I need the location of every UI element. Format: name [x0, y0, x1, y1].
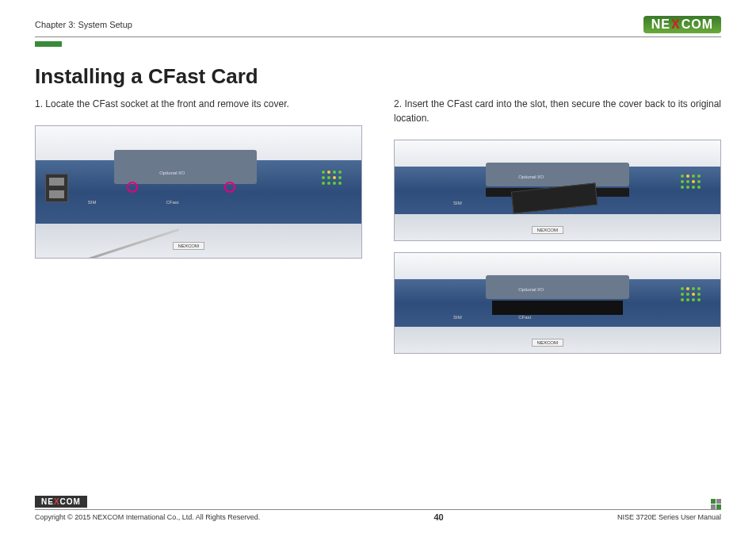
page-title: Installing a CFast Card — [35, 64, 721, 89]
status-leds-icon — [681, 287, 701, 301]
column-left: 1. Locate the CFast socket at the front … — [35, 97, 362, 365]
device-front-image: Optional I/O SIM CFast NEXCOM — [35, 125, 362, 259]
brand-logo-footer: NEXCOM — [35, 496, 87, 508]
photo-step-2b: Optional I/O SIM CFast NEXCOM — [394, 252, 721, 354]
chapter-label: Chapter 3: System Setup — [35, 20, 132, 29]
highlight-circle-icon — [224, 182, 235, 193]
cfast-label: CFast — [166, 200, 178, 205]
photo-step-2a: Optional I/O SIM NEXCOM — [394, 140, 721, 241]
step-1-text: 1. Locate the CFast socket at the front … — [35, 97, 362, 111]
status-leds-icon — [322, 171, 342, 185]
sim-label: SIM — [88, 200, 97, 205]
brand-logo-icon: NEXCOM — [643, 16, 721, 33]
optional-io-label: Optional I/O — [518, 287, 544, 292]
brand-logo-top: NEXCOM — [643, 16, 721, 33]
step-2-text: 2. Insert the CFast card into the slot, … — [394, 97, 721, 125]
page-number: 40 — [433, 512, 443, 522]
device-brand-label: NEXCOM — [532, 226, 563, 234]
manual-name: NISE 3720E Series User Manual — [617, 513, 721, 521]
sim-label: SIM — [453, 201, 462, 205]
optional-io-label: Optional I/O — [518, 174, 544, 179]
device-brand-label: NEXCOM — [173, 242, 204, 250]
usb-ports-icon — [45, 174, 68, 203]
photo-step-1: Optional I/O SIM CFast NEXCOM — [35, 125, 362, 259]
cfast-label: CFast — [518, 315, 531, 320]
page-header: Chapter 3: System Setup NEXCOM — [35, 16, 721, 37]
status-leds-icon — [681, 174, 701, 189]
cfast-slot-inserted-icon — [492, 301, 622, 315]
sim-label: SIM — [453, 315, 462, 320]
device-insert-image: Optional I/O SIM NEXCOM — [394, 140, 721, 241]
page-footer: NEXCOM Copyright © 2015 NEXCOM Internati… — [35, 493, 721, 522]
content-columns: 1. Locate the CFast socket at the front … — [35, 97, 721, 365]
copyright-text: Copyright © 2015 NEXCOM International Co… — [35, 513, 260, 521]
highlight-circle-icon — [127, 182, 138, 193]
device-secured-image: Optional I/O SIM CFast NEXCOM — [394, 252, 721, 354]
section-tab-icon — [35, 41, 62, 47]
optional-io-label: Optional I/O — [159, 171, 185, 175]
column-right: 2. Insert the CFast card into the slot, … — [394, 97, 721, 365]
device-brand-label: NEXCOM — [532, 339, 563, 347]
